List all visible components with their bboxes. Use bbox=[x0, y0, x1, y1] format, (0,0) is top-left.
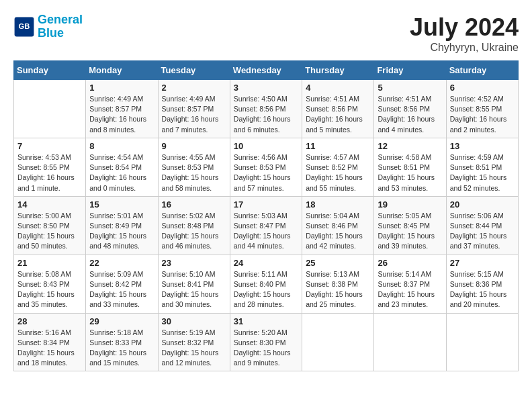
day-info: Sunrise: 4:53 AMSunset: 8:55 PMDaylight:… bbox=[17, 152, 82, 193]
day-number: 16 bbox=[162, 199, 226, 210]
day-number: 20 bbox=[450, 199, 515, 210]
month-year: July 2024 bbox=[410, 13, 519, 42]
day-cell: 21Sunrise: 5:08 AMSunset: 8:43 PMDayligh… bbox=[14, 255, 86, 313]
logo-icon: GB bbox=[13, 16, 35, 38]
col-header-monday: Monday bbox=[86, 61, 158, 80]
day-number: 1 bbox=[89, 83, 154, 93]
day-number: 10 bbox=[234, 141, 298, 151]
day-cell: 5Sunrise: 4:51 AMSunset: 8:56 PMDaylight… bbox=[374, 80, 446, 138]
day-number: 22 bbox=[89, 258, 154, 268]
day-cell: 20Sunrise: 5:06 AMSunset: 8:44 PMDayligh… bbox=[446, 196, 518, 255]
day-cell: 17Sunrise: 5:03 AMSunset: 8:47 PMDayligh… bbox=[230, 196, 302, 255]
day-cell: 10Sunrise: 4:56 AMSunset: 8:53 PMDayligh… bbox=[230, 138, 302, 196]
day-cell: 11Sunrise: 4:57 AMSunset: 8:52 PMDayligh… bbox=[302, 138, 374, 196]
day-cell: 19Sunrise: 5:05 AMSunset: 8:45 PMDayligh… bbox=[374, 196, 446, 255]
day-cell: 9Sunrise: 4:55 AMSunset: 8:53 PMDaylight… bbox=[158, 138, 230, 196]
day-info: Sunrise: 5:02 AMSunset: 8:48 PMDaylight:… bbox=[162, 211, 226, 252]
day-cell bbox=[446, 313, 518, 371]
day-cell: 28Sunrise: 5:16 AMSunset: 8:34 PMDayligh… bbox=[14, 313, 86, 371]
day-cell: 14Sunrise: 5:00 AMSunset: 8:50 PMDayligh… bbox=[14, 196, 86, 255]
week-row-4: 21Sunrise: 5:08 AMSunset: 8:43 PMDayligh… bbox=[14, 255, 519, 313]
week-row-3: 14Sunrise: 5:00 AMSunset: 8:50 PMDayligh… bbox=[14, 196, 519, 255]
calendar-table: SundayMondayTuesdayWednesdayThursdayFrid… bbox=[13, 60, 519, 371]
day-cell: 18Sunrise: 5:04 AMSunset: 8:46 PMDayligh… bbox=[302, 196, 374, 255]
day-cell: 23Sunrise: 5:10 AMSunset: 8:41 PMDayligh… bbox=[158, 255, 230, 313]
col-header-wednesday: Wednesday bbox=[230, 61, 302, 80]
day-cell bbox=[374, 313, 446, 371]
day-cell: 25Sunrise: 5:13 AMSunset: 8:38 PMDayligh… bbox=[302, 255, 374, 313]
day-info: Sunrise: 5:01 AMSunset: 8:49 PMDaylight:… bbox=[89, 211, 154, 252]
day-cell: 8Sunrise: 4:54 AMSunset: 8:54 PMDaylight… bbox=[86, 138, 158, 196]
day-info: Sunrise: 5:03 AMSunset: 8:47 PMDaylight:… bbox=[234, 211, 298, 252]
day-info: Sunrise: 5:15 AMSunset: 8:36 PMDaylight:… bbox=[450, 269, 515, 310]
day-number: 27 bbox=[450, 258, 515, 268]
day-number: 5 bbox=[378, 83, 442, 93]
day-info: Sunrise: 5:16 AMSunset: 8:34 PMDaylight:… bbox=[17, 328, 82, 369]
header-row: SundayMondayTuesdayWednesdayThursdayFrid… bbox=[14, 61, 519, 80]
day-cell: 22Sunrise: 5:09 AMSunset: 8:42 PMDayligh… bbox=[86, 255, 158, 313]
day-cell: 4Sunrise: 4:51 AMSunset: 8:56 PMDaylight… bbox=[302, 80, 374, 138]
day-number: 29 bbox=[89, 316, 154, 326]
day-info: Sunrise: 5:04 AMSunset: 8:46 PMDaylight:… bbox=[306, 211, 370, 252]
col-header-thursday: Thursday bbox=[302, 61, 374, 80]
day-number: 19 bbox=[378, 199, 442, 210]
day-number: 4 bbox=[306, 83, 370, 93]
day-cell: 29Sunrise: 5:18 AMSunset: 8:33 PMDayligh… bbox=[86, 313, 158, 371]
col-header-saturday: Saturday bbox=[446, 61, 518, 80]
day-cell: 31Sunrise: 5:20 AMSunset: 8:30 PMDayligh… bbox=[230, 313, 302, 371]
day-info: Sunrise: 4:49 AMSunset: 8:57 PMDaylight:… bbox=[89, 94, 154, 135]
day-cell: 2Sunrise: 4:49 AMSunset: 8:57 PMDaylight… bbox=[158, 80, 230, 138]
day-number: 30 bbox=[162, 316, 226, 326]
day-info: Sunrise: 4:51 AMSunset: 8:56 PMDaylight:… bbox=[306, 94, 370, 135]
day-number: 9 bbox=[162, 141, 226, 151]
day-number: 7 bbox=[17, 141, 82, 151]
day-cell bbox=[14, 80, 86, 138]
day-number: 14 bbox=[17, 199, 82, 210]
day-cell: 7Sunrise: 4:53 AMSunset: 8:55 PMDaylight… bbox=[14, 138, 86, 196]
week-row-2: 7Sunrise: 4:53 AMSunset: 8:55 PMDaylight… bbox=[14, 138, 519, 196]
day-info: Sunrise: 5:06 AMSunset: 8:44 PMDaylight:… bbox=[450, 211, 515, 252]
day-number: 28 bbox=[17, 316, 82, 326]
day-info: Sunrise: 5:05 AMSunset: 8:45 PMDaylight:… bbox=[378, 211, 442, 252]
day-number: 17 bbox=[234, 199, 298, 210]
day-info: Sunrise: 4:50 AMSunset: 8:56 PMDaylight:… bbox=[234, 94, 298, 135]
day-info: Sunrise: 5:08 AMSunset: 8:43 PMDaylight:… bbox=[17, 269, 82, 310]
day-number: 25 bbox=[306, 258, 370, 268]
day-number: 15 bbox=[89, 199, 154, 210]
day-info: Sunrise: 4:57 AMSunset: 8:52 PMDaylight:… bbox=[306, 152, 370, 193]
col-header-tuesday: Tuesday bbox=[158, 61, 230, 80]
day-info: Sunrise: 4:56 AMSunset: 8:53 PMDaylight:… bbox=[234, 152, 298, 193]
day-cell: 3Sunrise: 4:50 AMSunset: 8:56 PMDaylight… bbox=[230, 80, 302, 138]
col-header-friday: Friday bbox=[374, 61, 446, 80]
day-number: 11 bbox=[306, 141, 370, 151]
day-info: Sunrise: 4:55 AMSunset: 8:53 PMDaylight:… bbox=[162, 152, 226, 193]
title-block: July 2024 Chyhyryn, Ukraine bbox=[410, 13, 519, 54]
day-cell: 13Sunrise: 4:59 AMSunset: 8:51 PMDayligh… bbox=[446, 138, 518, 196]
day-info: Sunrise: 5:11 AMSunset: 8:40 PMDaylight:… bbox=[234, 269, 298, 310]
day-number: 23 bbox=[162, 258, 226, 268]
day-number: 13 bbox=[450, 141, 515, 151]
day-info: Sunrise: 4:51 AMSunset: 8:56 PMDaylight:… bbox=[378, 94, 442, 135]
day-number: 24 bbox=[234, 258, 298, 268]
day-info: Sunrise: 5:20 AMSunset: 8:30 PMDaylight:… bbox=[234, 328, 298, 369]
day-number: 12 bbox=[378, 141, 442, 151]
day-cell: 6Sunrise: 4:52 AMSunset: 8:55 PMDaylight… bbox=[446, 80, 518, 138]
day-cell: 1Sunrise: 4:49 AMSunset: 8:57 PMDaylight… bbox=[86, 80, 158, 138]
week-row-1: 1Sunrise: 4:49 AMSunset: 8:57 PMDaylight… bbox=[14, 80, 519, 138]
day-cell bbox=[302, 313, 374, 371]
logo-text: GeneralBlue bbox=[38, 13, 83, 40]
day-number: 3 bbox=[234, 83, 298, 93]
week-row-5: 28Sunrise: 5:16 AMSunset: 8:34 PMDayligh… bbox=[14, 313, 519, 371]
location: Chyhyryn, Ukraine bbox=[410, 42, 519, 54]
svg-text:GB: GB bbox=[19, 22, 30, 30]
day-info: Sunrise: 4:52 AMSunset: 8:55 PMDaylight:… bbox=[450, 94, 515, 135]
day-number: 31 bbox=[234, 316, 298, 326]
day-info: Sunrise: 4:58 AMSunset: 8:51 PMDaylight:… bbox=[378, 152, 442, 193]
day-cell: 16Sunrise: 5:02 AMSunset: 8:48 PMDayligh… bbox=[158, 196, 230, 255]
day-number: 18 bbox=[306, 199, 370, 210]
day-number: 21 bbox=[17, 258, 82, 268]
day-number: 2 bbox=[162, 83, 226, 93]
day-info: Sunrise: 5:00 AMSunset: 8:50 PMDaylight:… bbox=[17, 211, 82, 252]
day-info: Sunrise: 5:09 AMSunset: 8:42 PMDaylight:… bbox=[89, 269, 154, 310]
day-cell: 15Sunrise: 5:01 AMSunset: 8:49 PMDayligh… bbox=[86, 196, 158, 255]
